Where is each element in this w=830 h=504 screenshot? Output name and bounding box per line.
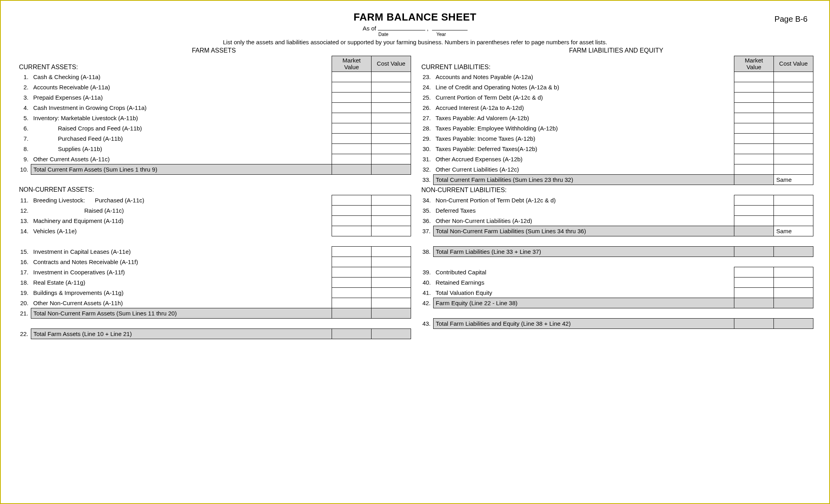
noncurrent-liab-label: NON-CURRENT LIABILITIES: xyxy=(421,187,507,193)
row-liab-27: 27.Taxes Payable: Ad Valorem (A-12b) xyxy=(419,113,813,123)
row-liab-40: 40.Retained Earnings xyxy=(419,277,813,288)
row-liab-24: 24.Line of Credit and Operating Notes (A… xyxy=(419,82,813,92)
row-liab-23: 23.Accounts and Notes Payable (A-12a) xyxy=(419,72,813,82)
noncurrent-assets-label: NON-CURRENT ASSETS: xyxy=(19,186,94,193)
row-asset-10: 10.Total Current Farm Assets (Sum Lines … xyxy=(17,164,411,175)
row-liab-33: 33.Total Current Farm Liabilities (Sum L… xyxy=(419,175,813,185)
row-liab-35: 35.Deferred Taxes xyxy=(419,206,813,216)
asof-line: As of , xyxy=(17,25,813,32)
row-liab-34: 34.Non-Current Portion of Term Debt (A-1… xyxy=(419,195,813,206)
row-asset-15: 15.Investment in Capital Leases (A-11e) xyxy=(17,247,411,257)
row-asset-5: 5.Inventory: Marketable Livestock (A-11b… xyxy=(17,113,411,123)
row-liab-26: 26.Accrued Interest (A-12a to A-12d) xyxy=(419,103,813,113)
row-asset-14: 14.Vehicles (A-11e) xyxy=(17,226,411,236)
instructions: List only the assets and liabilities ass… xyxy=(17,39,813,45)
assets-cost-header: Cost Value xyxy=(372,56,411,72)
row-asset-21: 21.Total Non-Current Farm Assets (Sum Li… xyxy=(17,308,411,319)
row-asset-20: 20.Other Non-Current Assets (A-11h) xyxy=(17,298,411,308)
sheet-title: FARM BALANCE SHEET xyxy=(17,11,813,23)
row-asset-18: 18.Real Estate (A-11g) xyxy=(17,277,411,288)
row-asset-2: 2.Accounts Receivable (A-11a) xyxy=(17,82,411,92)
liab-cost-header: Cost Value xyxy=(774,56,813,72)
year-blank[interactable] xyxy=(432,25,468,30)
current-assets-label: CURRENT ASSETS: xyxy=(19,64,78,70)
assets-table: CURRENT ASSETS: Market Value Cost Value … xyxy=(17,56,411,339)
assets-market-header: Market Value xyxy=(332,56,372,72)
row-asset-11: 11.Breeding Livestock: Purchased (A-11c) xyxy=(17,195,411,206)
row-liab-39: 39.Contributed Capital xyxy=(419,267,813,277)
year-sublabel: Year xyxy=(436,32,472,37)
row-asset-17: 17.Investment in Cooperatives (A-11f) xyxy=(17,267,411,277)
current-liab-label: CURRENT LIABILITIES: xyxy=(421,64,490,70)
row-asset-7: 7. Purchased Feed (A-11b) xyxy=(17,134,411,144)
row-liab-32: 32.Other Current Liabilities (A-12c) xyxy=(419,164,813,175)
row-asset-16: 16.Contracts and Notes Receivable (A-11f… xyxy=(17,257,411,267)
row-liab-28: 28.Taxes Payable: Employee Withholding (… xyxy=(419,123,813,134)
liab-market-header: Market Value xyxy=(734,56,774,72)
row-asset-6: 6. Raised Crops and Feed (A-11b) xyxy=(17,123,411,134)
row-asset-4: 4.Cash Investment in Growing Crops (A-11… xyxy=(17,103,411,113)
row-liab-41: 41.Total Valuation Equity xyxy=(419,288,813,298)
row-asset-22: 22.Total Farm Assets (Line 10 + Line 21) xyxy=(17,329,411,339)
row-asset-13: 13.Machinery and Equipment (A-11d) xyxy=(17,216,411,226)
asof-prefix: As of xyxy=(362,25,376,32)
row-liab-30: 30.Taxes Payable: Deferred Taxes(A-12b) xyxy=(419,144,813,154)
date-sublabel: Date xyxy=(378,32,426,37)
row-liab-25: 25.Current Portion of Term Debt (A-12c &… xyxy=(419,92,813,103)
assets-col-title: FARM ASSETS xyxy=(17,47,411,54)
row-liab-36: 36.Other Non-Current Liabilities (A-12d) xyxy=(419,216,813,226)
row-liab-37: 37.Total Non-Current Farm Liabilities (S… xyxy=(419,226,813,236)
page-number: Page B-6 xyxy=(775,15,807,24)
row-asset-1: 1.Cash & Checking (A-11a) xyxy=(17,72,411,82)
row-asset-19: 19.Buildings & Improvements (A-11g) xyxy=(17,288,411,298)
row-liab-38: 38.Total Farm Liabilities (Line 33 + Lin… xyxy=(419,247,813,257)
row-liab-31: 31.Other Accrued Expenses (A-12b) xyxy=(419,154,813,164)
row-liab-43: 43.Total Farm Liabilities and Equity (Li… xyxy=(419,319,813,329)
asof-sublabels: Date Year xyxy=(17,32,813,37)
row-asset-8: 8. Supplies (A-11b) xyxy=(17,144,411,154)
date-blank[interactable] xyxy=(378,25,425,30)
liab-col-title: FARM LIABILITIES AND EQUITY xyxy=(419,47,813,54)
row-liab-42: 42.Farm Equity (Line 22 - Line 38) xyxy=(419,298,813,308)
liab-table: CURRENT LIABILITIES: Market Value Cost V… xyxy=(419,56,813,329)
row-asset-9: 9.Other Current Assets (A-11c) xyxy=(17,154,411,164)
row-liab-29: 29.Taxes Payable: Income Taxes (A-12b) xyxy=(419,134,813,144)
row-asset-3: 3.Prepaid Expenses (A-11a) xyxy=(17,92,411,103)
row-asset-12: 12. Raised (A-11c) xyxy=(17,206,411,216)
